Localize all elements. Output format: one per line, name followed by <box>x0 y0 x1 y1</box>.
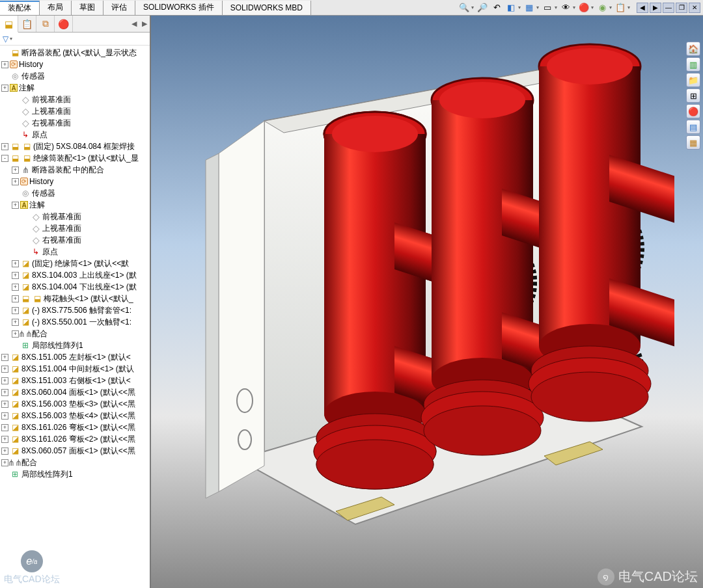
expander-icon[interactable]: + <box>1 143 8 150</box>
tree-node[interactable]: ◎传感器 <box>0 187 150 199</box>
tree-node[interactable]: -⬓⬓绝缘筒装配<1> (默认<默认_显 <box>0 152 150 164</box>
command-tab[interactable]: SOLIDWORKS MBD <box>223 1 311 15</box>
tree-node[interactable]: +◪8XS.161.026 弯板<1> (默认<<黑 <box>0 421 150 433</box>
tree-node[interactable]: ⊞局部线性阵列1 <box>0 340 150 351</box>
forum-button[interactable]: ▦ <box>686 135 700 150</box>
expander-icon[interactable]: + <box>12 284 19 291</box>
settings-icon[interactable]: 📋 <box>614 2 626 14</box>
expander-icon[interactable]: + <box>12 202 19 209</box>
expander-icon[interactable]: + <box>12 178 19 185</box>
command-tab[interactable]: 评估 <box>103 1 135 15</box>
tree-node[interactable]: +⬓⬓(固定) 5XS.084.084 框架焊接 <box>0 140 150 152</box>
command-tab[interactable]: SOLIDWORKS 插件 <box>135 1 223 15</box>
expander-icon[interactable]: + <box>12 260 19 267</box>
tree-node[interactable]: ◎传感器 <box>0 70 150 82</box>
scene-icon[interactable]: ◉ <box>596 2 608 14</box>
tree-node[interactable]: +◪8XS.151.004 中间封板<1> (默认 <box>0 363 150 375</box>
window-controls: ◀ ▶ — ❐ ✕ <box>634 3 703 13</box>
file-explorer-button[interactable]: 📁 <box>686 73 700 87</box>
tab-scroll-right[interactable]: ▶ <box>139 16 150 32</box>
command-tab[interactable]: 草图 <box>72 1 103 15</box>
tree-node[interactable]: ⬓断路器装配 (默认<默认_显示状态 <box>0 47 150 59</box>
span-left-button[interactable]: ◀ <box>637 3 648 13</box>
graphics-viewport[interactable]: 🏠 ▥ 📁 ⊞ 🔴 ▤ ▦ <box>151 16 703 588</box>
tree-node[interactable]: +◪(-) 8XS.550.001 一次触臂<1: <box>0 316 150 328</box>
expander-icon[interactable]: + <box>12 319 19 326</box>
restore-button[interactable]: ❐ <box>676 3 687 13</box>
tab-scroll-left[interactable]: ◀ <box>129 16 139 32</box>
appearance-tab[interactable]: 🔴 <box>55 16 73 32</box>
tree-node[interactable]: +⋔⋔配合 <box>0 457 150 468</box>
tree-node[interactable]: +◪8XS.151.005 左封板<1> (默认< <box>0 351 150 363</box>
tree-node[interactable]: +◪8XS.151.003 右侧板<1> (默认< <box>0 375 150 386</box>
expander-icon[interactable]: + <box>1 412 8 420</box>
config-tab[interactable]: ⧉ <box>36 16 55 32</box>
expander-icon[interactable]: + <box>1 366 8 373</box>
expander-icon[interactable]: + <box>1 436 8 443</box>
tree-node[interactable]: +◪8XS.161.026 弯板<2> (默认<<黑 <box>0 433 150 445</box>
tree-node[interactable]: +⬓⬓梅花触头<1> (默认<默认_ <box>0 293 150 304</box>
expander-icon[interactable]: + <box>1 85 8 92</box>
prev-view-icon[interactable]: ↶ <box>491 2 503 14</box>
minimize-button[interactable]: — <box>663 3 674 13</box>
command-tab[interactable]: 装配体 <box>0 1 40 15</box>
tree-node[interactable]: +A注解 <box>0 199 150 211</box>
expander-icon[interactable]: - <box>1 155 8 162</box>
filter-bar[interactable]: ▽ ▾ <box>0 33 150 46</box>
expander-icon[interactable]: + <box>1 448 8 455</box>
tree-node[interactable]: ⊞局部线性阵列1 <box>0 468 150 480</box>
design-library-button[interactable]: ▥ <box>686 57 700 72</box>
expander-icon[interactable]: + <box>1 424 8 431</box>
tree-node[interactable]: ◇前视基准面 <box>0 211 150 222</box>
expander-icon[interactable]: + <box>1 389 8 396</box>
tree-node[interactable]: ◇右视基准面 <box>0 234 150 246</box>
tree-node[interactable]: ↳原点 <box>0 246 150 258</box>
tree-node[interactable]: ◇上视基准面 <box>0 105 150 117</box>
view-palette-button[interactable]: ⊞ <box>686 88 700 103</box>
tree-node[interactable]: +◪8XS.104.004 下出线座<1> (默 <box>0 281 150 293</box>
tree-node[interactable]: +A注解 <box>0 82 150 94</box>
expander-icon[interactable]: + <box>12 167 19 174</box>
tree-node[interactable]: +⟳History <box>0 59 150 70</box>
tree-node[interactable]: +⟳History <box>0 176 150 187</box>
expander-icon[interactable]: + <box>1 377 8 384</box>
feature-tree-tab[interactable]: ⬓ <box>0 16 18 33</box>
tree-node[interactable]: ↳原点 <box>0 129 150 140</box>
tree-node[interactable]: ◇上视基准面 <box>0 222 150 234</box>
tree-node[interactable]: +◪8XS.156.003 垫板<4> (默认<<黑 <box>0 410 150 421</box>
model-render <box>180 43 674 537</box>
property-tab[interactable]: 📋 <box>18 16 36 32</box>
custom-props-button[interactable]: ▤ <box>686 120 700 134</box>
tree-node[interactable]: ◇右视基准面 <box>0 117 150 129</box>
expander-icon[interactable]: + <box>12 272 19 279</box>
tree-node[interactable]: +◪(固定) 绝缘筒<1> (默认<<默 <box>0 258 150 269</box>
expander-icon[interactable]: + <box>12 295 19 302</box>
appearances-button[interactable]: 🔴 <box>686 104 700 118</box>
tree-node[interactable]: +◪8XS.060.057 面板<1> (默认<<黑 <box>0 445 150 457</box>
tree-node[interactable]: +◪8XS.104.003 上出线座<1> (默 <box>0 269 150 281</box>
zoom-area-icon[interactable]: 🔎 <box>476 2 488 14</box>
sw-resources-button[interactable]: 🏠 <box>686 42 700 56</box>
appearance-icon[interactable]: 🔴 <box>578 2 590 14</box>
tree-node[interactable]: +◪8XS.060.004 面板<1> (默认<<黑 <box>0 386 150 398</box>
command-tab[interactable]: 布局 <box>40 1 72 15</box>
span-right-button[interactable]: ▶ <box>650 3 661 13</box>
view-orient-icon[interactable]: ▦ <box>523 2 535 14</box>
expander-icon[interactable]: + <box>1 401 8 408</box>
tree-label: 8XS.161.026 弯板<1> (默认<<黑 <box>21 422 135 433</box>
tree-node[interactable]: +◪(-) 8XS.775.506 触臂套管<1: <box>0 304 150 316</box>
tree-node[interactable]: +⋔⋔配合 <box>0 328 150 340</box>
section-view-icon[interactable]: ◧ <box>505 2 517 14</box>
feature-tree[interactable]: ⬓断路器装配 (默认<默认_显示状态+⟳History◎传感器+A注解◇前视基准… <box>0 46 150 588</box>
tree-node[interactable]: ◇前视基准面 <box>0 94 150 105</box>
display-style-icon[interactable]: ▭ <box>542 2 553 14</box>
expander-icon[interactable]: + <box>12 307 19 314</box>
expander-icon[interactable]: + <box>1 354 8 361</box>
tree-node[interactable]: +⋔断路器装配 中的配合 <box>0 164 150 176</box>
tree-label: 配合 <box>21 457 37 468</box>
zoom-fit-icon[interactable]: 🔍 <box>458 2 470 14</box>
expander-icon[interactable]: + <box>1 61 8 68</box>
tree-node[interactable]: +◪8XS.156.003 垫板<3> (默认<<黑 <box>0 398 150 410</box>
close-button[interactable]: ✕ <box>689 3 700 13</box>
hide-show-icon[interactable]: 👁 <box>560 2 572 14</box>
